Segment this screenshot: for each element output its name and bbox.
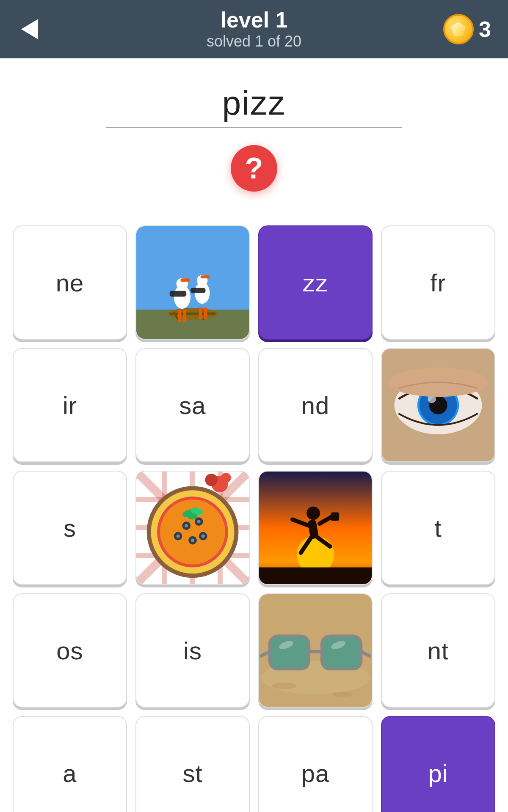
svg-rect-15 [199,307,202,319]
back-arrow-icon [21,19,38,39]
tile-item[interactable]: ir [13,348,127,462]
svg-point-45 [177,535,180,538]
tile-text-value: nt [428,636,449,665]
tile-item[interactable]: t [381,471,495,585]
tile-item[interactable]: pa [258,716,373,812]
word-area: pizz ? [0,58,508,217]
svg-rect-58 [259,568,372,584]
svg-rect-10 [183,310,186,322]
svg-point-41 [185,524,188,527]
svg-point-49 [191,539,194,542]
svg-rect-11 [170,291,186,297]
svg-rect-9 [178,310,182,322]
svg-point-69 [332,692,353,697]
tile-item[interactable]: is [135,593,250,708]
storks-image [136,226,249,339]
tile-item[interactable]: fr [381,225,495,340]
tile-text-value: ir [63,391,77,420]
tile-text-value: os [56,636,83,665]
svg-rect-16 [204,307,207,319]
tile-text-value: t [434,514,442,542]
level-subtitle: solved 1 of 20 [207,32,301,50]
svg-point-68 [272,683,297,689]
word-display: pizz [106,84,402,128]
tile-text-value: pa [301,759,330,787]
tile-text-value: sa [179,391,206,420]
svg-rect-63 [331,513,339,521]
tile-item[interactable]: nd [258,348,373,462]
tile-item[interactable] [381,348,495,462]
tile-item[interactable] [258,593,373,708]
svg-point-59 [306,507,320,520]
svg-rect-17 [190,288,205,293]
tile-text-value: fr [430,269,446,297]
tile-item[interactable]: st [135,716,250,812]
svg-rect-14 [201,275,210,278]
tile-text-value: nd [301,391,330,420]
svg-rect-8 [180,278,190,282]
coin-area: 3 [443,14,491,44]
back-button[interactable] [17,16,42,42]
tile-item[interactable]: sa [135,348,250,462]
tile-item[interactable]: zz [258,225,373,340]
tile-item[interactable] [135,225,250,340]
header: level 1 solved 1 of 20 3 [0,0,508,58]
sunglasses-image [259,594,372,707]
coin-icon [443,14,474,44]
coin-count: 3 [479,16,491,42]
pizza-image [136,472,249,584]
tile-item[interactable]: nt [381,593,495,708]
tile-text-value: is [183,636,202,665]
svg-point-47 [202,535,205,538]
tile-grid: ne [0,217,508,812]
svg-point-55 [221,473,231,483]
tile-text-value: a [63,759,77,787]
tile-text-value: pi [428,759,448,787]
hint-question-mark: ? [245,154,263,183]
diamond-icon [451,22,466,36]
level-title: level 1 [207,8,301,32]
tile-item[interactable]: pi [381,716,495,812]
eye-image [382,349,494,461]
tile-text-value: s [64,514,76,542]
tile-item[interactable] [258,471,373,585]
hint-button[interactable]: ? [231,145,277,192]
tile-text-value: zz [303,269,328,297]
header-center: level 1 solved 1 of 20 [207,8,301,50]
tile-item[interactable] [135,471,250,585]
tile-item[interactable]: os [13,593,127,708]
svg-rect-72 [322,636,362,669]
svg-point-54 [205,474,218,486]
tile-item[interactable]: ne [13,225,127,340]
tile-text-value: ne [56,269,84,297]
tile-text-value: st [182,759,202,787]
svg-point-43 [197,520,201,523]
jump-image [259,472,372,584]
svg-rect-70 [270,636,309,669]
tile-item[interactable]: s [13,471,127,585]
tile-item[interactable]: a [13,716,127,812]
